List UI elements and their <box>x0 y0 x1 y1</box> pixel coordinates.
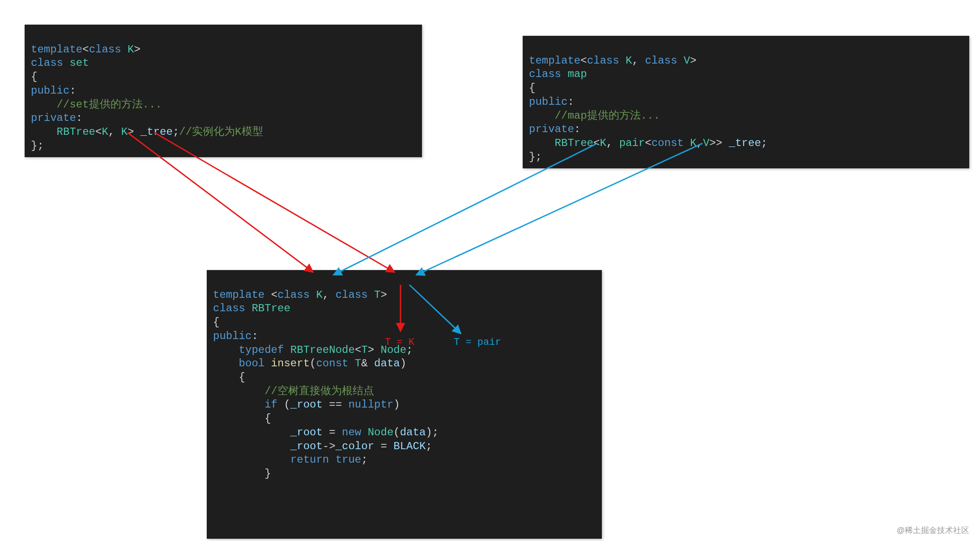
keyword-template: template <box>31 43 82 56</box>
watermark: @稀土掘金技术社区 <box>897 525 969 536</box>
code-box-set: template<class K> class set { public: //… <box>25 25 422 157</box>
code-box-rbtree: template <class K, class T> class RBTree… <box>207 270 602 539</box>
code-box-map: template<class K, class V> class map { p… <box>523 36 969 168</box>
comment-k-model: //实例化为K模型 <box>179 126 263 138</box>
comment-empty-tree-root: //空树直接做为根结点 <box>264 385 374 397</box>
comment-map-methods: //map提供的方法... <box>555 110 660 122</box>
comment-set-methods: //set提供的方法... <box>57 99 162 111</box>
